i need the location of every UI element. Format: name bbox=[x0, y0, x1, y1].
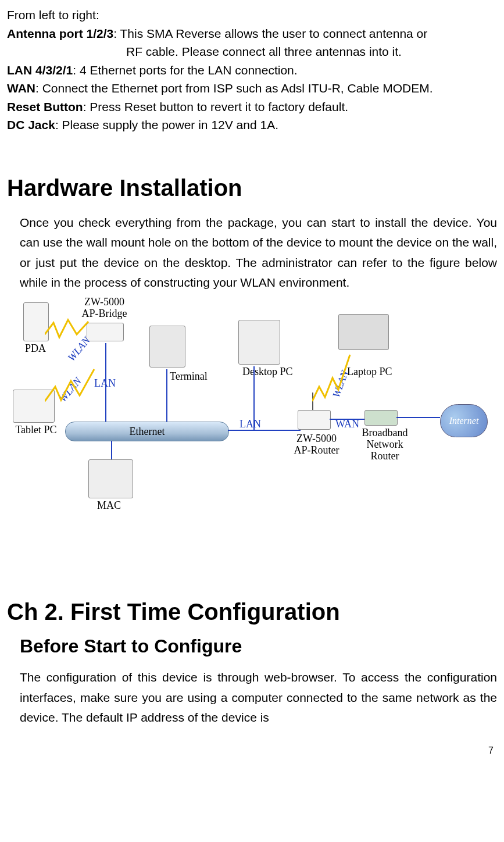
before-start-heading: Before Start to Configure bbox=[20, 636, 497, 657]
def-lan-text: : 4 Ethernet ports for the LAN connectio… bbox=[73, 63, 297, 77]
zw-bridge-label: ZW-5000 AP-Bridge bbox=[77, 297, 132, 320]
def-dc-label: DC Jack bbox=[7, 118, 55, 131]
laptop-icon bbox=[338, 314, 389, 350]
zw-bridge-icon bbox=[87, 323, 124, 341]
def-wan: WAN: Connect the Ethernet port from ISP … bbox=[7, 79, 497, 98]
def-wan-text: : Connect the Ethernet port from ISP suc… bbox=[35, 81, 433, 95]
def-antenna-text1: : This SMA Reverse allows the user to co… bbox=[113, 27, 427, 40]
def-wan-label: WAN bbox=[7, 81, 35, 95]
internet-cloud-icon: Internet bbox=[440, 404, 488, 437]
ethernet-bar: Ethernet bbox=[65, 422, 229, 441]
def-reset-text: : Press Reset button to revert it to fac… bbox=[83, 100, 348, 113]
mac-link-icon bbox=[109, 441, 115, 459]
desktop-icon bbox=[238, 320, 280, 365]
pda-label: PDA bbox=[23, 343, 48, 355]
def-dc: DC Jack: Please supply the power in 12V … bbox=[7, 116, 497, 134]
wan-link-icon bbox=[330, 418, 364, 421]
zw-router-label: ZW-5000 AP-Router bbox=[292, 433, 341, 456]
mac-icon bbox=[88, 459, 133, 498]
lan-label-2: LAN bbox=[240, 419, 261, 430]
network-diagram: PDA ZW-5000 AP-Bridge Tablet PC WLAN WLA… bbox=[13, 297, 489, 512]
hardware-installation-heading: Hardware Installation bbox=[7, 175, 497, 201]
terminal-icon bbox=[149, 326, 185, 368]
def-lan: LAN 4/3/2/1: 4 Ethernet ports for the LA… bbox=[7, 61, 497, 80]
broadband-label: Broadband Network Router bbox=[359, 427, 411, 462]
def-antenna: Antenna port 1/2/3: This SMA Reverse all… bbox=[7, 24, 497, 43]
laptop-label: Laptop PC bbox=[347, 366, 392, 378]
config-para: The configuration of this device is thro… bbox=[20, 668, 497, 728]
tablet-label: Tablet PC bbox=[13, 424, 59, 436]
hardware-installation-para: Once you check everything from the packa… bbox=[20, 213, 497, 294]
intro-line: From left to right: bbox=[7, 6, 497, 24]
def-antenna-text2: RF cable. Please connect all three anten… bbox=[7, 42, 497, 61]
wireless-link-icon bbox=[45, 317, 91, 346]
broadband-link-icon bbox=[396, 416, 440, 419]
def-antenna-label: Antenna port 1/2/3 bbox=[7, 27, 113, 40]
lan-link-icon bbox=[103, 343, 115, 422]
wireless-link-icon bbox=[45, 366, 97, 407]
zw-router-icon bbox=[298, 410, 331, 430]
terminal-label: Terminal bbox=[170, 371, 208, 383]
def-reset-label: Reset Button bbox=[7, 100, 83, 113]
wireless-link-icon bbox=[312, 352, 353, 404]
def-lan-label: LAN 4/3/2/1 bbox=[7, 63, 73, 77]
broadband-router-icon bbox=[364, 410, 398, 426]
ch2-heading: Ch 2. First Time Configuration bbox=[7, 599, 497, 625]
terminal-link-icon bbox=[164, 369, 170, 422]
mac-label: MAC bbox=[97, 500, 121, 512]
def-reset: Reset Button: Press Reset button to reve… bbox=[7, 98, 497, 116]
page-number: 7 bbox=[7, 745, 497, 756]
def-dc-text: : Please supply the power in 12V and 1A. bbox=[55, 118, 278, 131]
